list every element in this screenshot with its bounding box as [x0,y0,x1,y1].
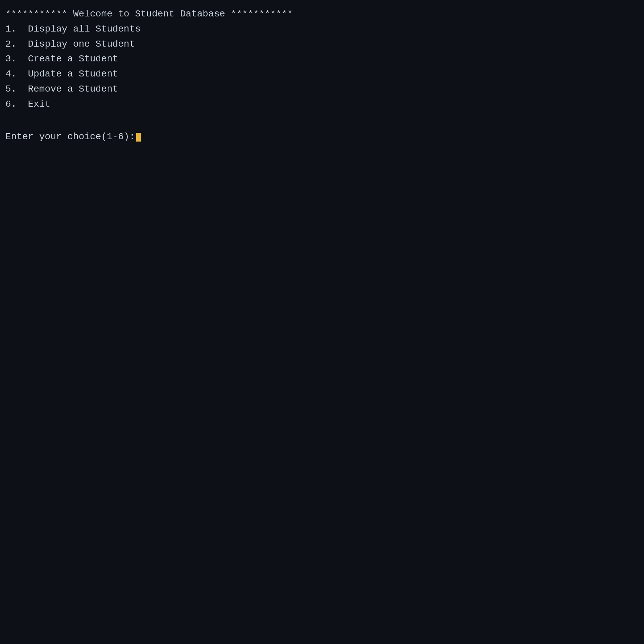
cursor [136,133,141,142]
menu-item-4: 4. Update a Student [5,67,639,82]
menu-item-5: 5. Remove a Student [5,82,639,97]
menu-item-3: 3. Create a Student [5,52,639,67]
prompt-text: Enter your choice(1-6): [5,129,135,145]
prompt-line[interactable]: Enter your choice(1-6): [5,129,639,145]
terminal-header: *********** Welcome to Student Database … [5,7,639,22]
menu-item-6: 6. Exit [5,97,639,112]
blank-line [5,112,639,127]
terminal-window: *********** Welcome to Student Database … [5,7,639,145]
menu-item-2: 2. Display one Student [5,37,639,52]
menu-item-1: 1. Display all Students [5,22,639,37]
